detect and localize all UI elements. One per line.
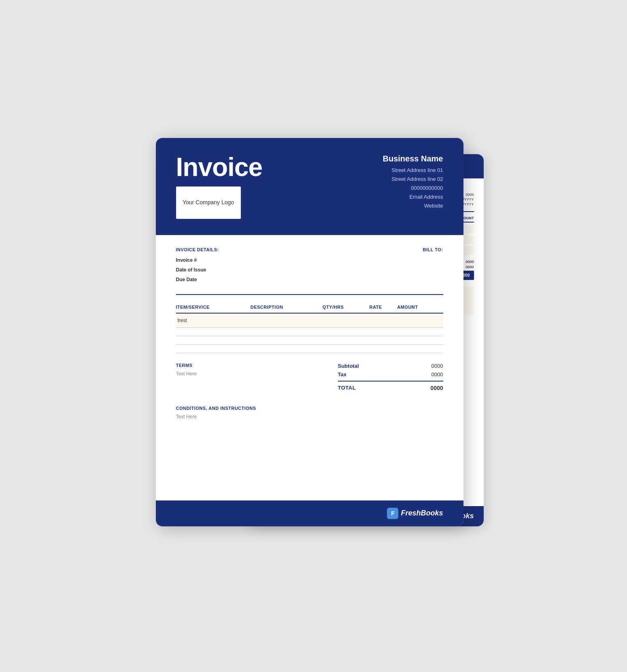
- table-row: [176, 327, 443, 336]
- col-description: DESCRIPTION: [251, 305, 323, 313]
- row4-desc: [251, 344, 323, 353]
- row1-qty: [323, 313, 370, 328]
- bottom-section: TERMS Text Here Subtotal 0000 Tax 0000 T…: [176, 363, 443, 391]
- invoice-title: Invoice: [176, 154, 263, 180]
- row3-desc: [251, 336, 323, 344]
- row4-qty: [323, 344, 370, 353]
- details-section: INVOICE DETAILS: Invoice # Date of Issue…: [176, 247, 443, 284]
- total-value: 0000: [430, 385, 443, 391]
- total-row: TOTAL 0000: [338, 385, 443, 391]
- total-label: TOTAL: [338, 385, 356, 391]
- conditions-title: CONDITIONS, AND INSTRUCTIONS: [176, 406, 443, 411]
- row2-rate: [370, 327, 397, 336]
- invoice-number-label: Invoice #: [176, 255, 219, 265]
- table-row: trest: [176, 313, 443, 328]
- terms-section: TERMS Text Here: [176, 363, 338, 377]
- row3-rate: [370, 336, 397, 344]
- row1-amount: [397, 313, 443, 328]
- invoice-scene: INVOICE DETAILS: Invoice # 0000 Date of …: [156, 138, 472, 534]
- conditions-section: CONDITIONS, AND INSTRUCTIONS Text Here: [176, 406, 443, 420]
- business-phone: 00000000000: [383, 184, 443, 193]
- invoice-header: Invoice Your Company Logo Business Name …: [156, 138, 463, 235]
- conditions-text: Text Here: [176, 414, 443, 420]
- totals-divider: [338, 381, 443, 382]
- date-of-issue-label: Date of Issue: [176, 265, 219, 275]
- invoice-footer: F FreshBooks: [156, 500, 463, 526]
- table-header: ITEM/SERVICE DESCRIPTION QTY/HRS RATE AM…: [176, 305, 443, 313]
- header-right: Business Name Street Address line 01 Str…: [383, 154, 443, 210]
- terms-title: TERMS: [176, 363, 338, 368]
- col-qty: QTY/HRS: [323, 305, 370, 313]
- tax-value: 0000: [431, 371, 443, 377]
- subtotal-label: Subtotal: [338, 363, 359, 369]
- row1-rate: [370, 313, 397, 328]
- subtotal-row: Subtotal 0000: [338, 363, 443, 369]
- divider-line: [176, 294, 443, 295]
- address-line1: Street Address line 01: [383, 166, 443, 175]
- row3-amount: [397, 336, 443, 344]
- details-right: BILL TO:: [423, 247, 443, 284]
- row4-item: [176, 344, 251, 353]
- subtotal-value: 0000: [431, 363, 443, 369]
- details-left: INVOICE DETAILS: Invoice # Date of Issue…: [176, 247, 219, 284]
- row4-rate: [370, 344, 397, 353]
- tax-label: Tax: [338, 371, 346, 377]
- row2-desc: [251, 327, 323, 336]
- back-invoice-value: 0000: [465, 193, 474, 197]
- bill-to-title: BILL TO:: [423, 247, 443, 252]
- freshbooks-text: FreshBooks: [401, 509, 443, 517]
- table-row: [176, 344, 443, 353]
- row1-desc: [251, 313, 323, 328]
- row2-qty: [323, 327, 370, 336]
- row1-item: trest: [176, 313, 251, 328]
- address-line2: Street Address line 02: [383, 175, 443, 184]
- header-left: Invoice Your Company Logo: [176, 154, 263, 219]
- tax-row: Tax 0000: [338, 371, 443, 377]
- invoice-body: INVOICE DETAILS: Invoice # Date of Issue…: [156, 235, 463, 432]
- business-website: Website: [383, 201, 443, 210]
- back-subtotal-value: 0000: [465, 260, 474, 264]
- invoice-table: ITEM/SERVICE DESCRIPTION QTY/HRS RATE AM…: [176, 305, 443, 353]
- terms-text: Text Here: [176, 371, 338, 377]
- col-rate: RATE: [370, 305, 397, 313]
- col-amount: AMOUNT: [397, 305, 443, 313]
- col-item: ITEM/SERVICE: [176, 305, 251, 313]
- logo-placeholder: Your Company Logo: [176, 187, 241, 219]
- freshbooks-logo: F FreshBooks: [387, 508, 443, 519]
- table-header-row: ITEM/SERVICE DESCRIPTION QTY/HRS RATE AM…: [176, 305, 443, 313]
- row3-qty: [323, 336, 370, 344]
- totals-section: Subtotal 0000 Tax 0000 TOTAL 0000: [338, 363, 443, 391]
- table-row: [176, 336, 443, 344]
- fb-letter: F: [391, 510, 395, 517]
- row2-item: [176, 327, 251, 336]
- fb-icon: F: [387, 508, 398, 519]
- business-name: Business Name: [383, 154, 443, 163]
- table-body: trest: [176, 313, 443, 353]
- business-email: Email Address: [383, 193, 443, 201]
- row3-item: [176, 336, 251, 344]
- back-tax-value: 0000: [465, 265, 474, 269]
- due-date-label: Due Date: [176, 275, 219, 284]
- logo-text: Your Company Logo: [183, 199, 234, 206]
- invoice-details-title: INVOICE DETAILS:: [176, 247, 219, 252]
- invoice-front-card: Invoice Your Company Logo Business Name …: [156, 138, 463, 526]
- row4-amount: [397, 344, 443, 353]
- row2-amount: [397, 327, 443, 336]
